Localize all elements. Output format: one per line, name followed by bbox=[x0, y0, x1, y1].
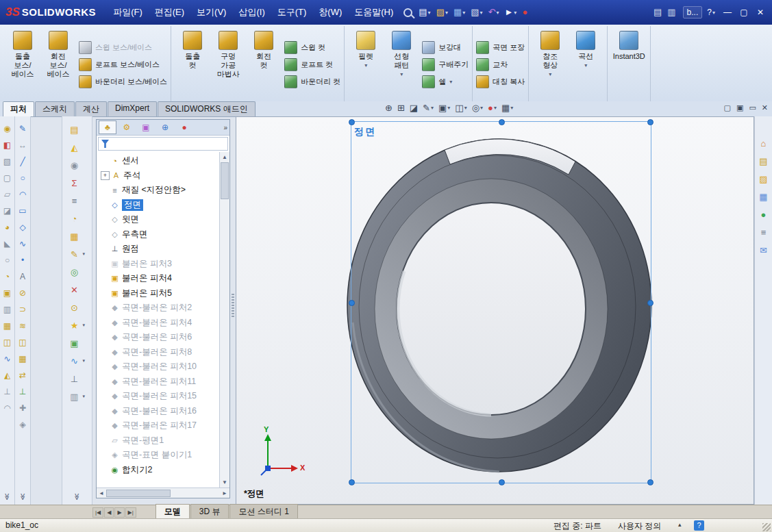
restore-icon[interactable]: ▢ bbox=[736, 6, 751, 18]
menu-item[interactable]: 창(W) bbox=[312, 0, 348, 25]
design-binder-icon[interactable]: ▤ bbox=[68, 123, 87, 136]
search-box[interactable]: b... bbox=[683, 6, 703, 18]
hide-show-items-icon[interactable]: ◎ ▾ bbox=[471, 102, 484, 114]
shaded-view-icon[interactable]: ▧ bbox=[1, 155, 14, 168]
mirror-tool-icon[interactable]: ◫ bbox=[1, 336, 14, 349]
scroll-up-icon[interactable]: ▲ bbox=[222, 152, 227, 161]
tree-horizontal-scrollbar[interactable]: ◄ ► bbox=[97, 487, 229, 498]
expander-icon[interactable] bbox=[101, 275, 108, 282]
revolved-cut-button[interactable]: 회전 컷 bbox=[246, 27, 282, 70]
help-button[interactable]: ? ▾ bbox=[707, 8, 715, 17]
featuremanager-tab-icon[interactable]: ♣ bbox=[99, 121, 116, 134]
menu-item[interactable]: 보기(V) bbox=[190, 0, 232, 25]
offset-icon[interactable]: ≋ bbox=[16, 320, 29, 332]
close-icon[interactable]: ✕ bbox=[753, 6, 768, 18]
wrap-button[interactable]: 곡면 포장 bbox=[476, 41, 525, 54]
expander-icon[interactable] bbox=[101, 466, 108, 474]
revolved-boss-base-button[interactable]: 회전 보스/ 베이스 bbox=[40, 27, 76, 79]
configurationmanager-tab-icon[interactable]: ▣ bbox=[137, 121, 155, 134]
linear-pattern-button[interactable]: 선형 패턴 ▾ bbox=[384, 27, 419, 79]
curve-tool-icon[interactable]: ∿ bbox=[1, 353, 14, 365]
model-tab[interactable]: 3D 뷰 bbox=[190, 504, 229, 519]
extruded-cut-button[interactable]: 돌출 컷 bbox=[175, 27, 210, 70]
expander-icon[interactable] bbox=[101, 201, 108, 209]
selection-handle[interactable] bbox=[499, 119, 505, 125]
caret-up-icon[interactable]: ▴ bbox=[678, 521, 682, 528]
trim-icon[interactable]: ⊘ bbox=[16, 287, 29, 299]
expander-icon[interactable] bbox=[101, 363, 108, 370]
expander-icon[interactable] bbox=[101, 290, 108, 297]
splitter-grip[interactable] bbox=[232, 294, 234, 317]
home-icon[interactable]: ⌂ bbox=[761, 138, 767, 149]
selected-plane-outline[interactable] bbox=[351, 121, 651, 483]
wireframe-view-icon[interactable]: ▢ bbox=[1, 172, 14, 184]
expander-icon[interactable] bbox=[101, 157, 108, 164]
graphics-area[interactable]: 정면 Y X *정면 bbox=[236, 116, 754, 505]
bom-icon[interactable]: ▦ bbox=[68, 229, 87, 243]
tree-item[interactable]: ◉ 합치기2 bbox=[97, 463, 219, 478]
selection-sets-icon[interactable]: ◎ bbox=[68, 265, 87, 279]
extruded-boss-base-button[interactable]: 돌출 보스/ 베이스 bbox=[5, 27, 40, 79]
edit-appearance-icon[interactable]: ● ▾ bbox=[486, 102, 498, 114]
open-icon[interactable]: ▨ ▾ bbox=[434, 6, 450, 18]
zoom-fit-icon[interactable]: ⊕ bbox=[384, 102, 394, 114]
chamfer-tool-icon[interactable]: ◣ bbox=[1, 238, 14, 250]
instant2d-icon[interactable]: ◧ bbox=[1, 139, 14, 151]
zoom-area-icon[interactable]: ⊞ bbox=[396, 102, 406, 114]
prev-tab-icon[interactable]: ◀ bbox=[104, 507, 114, 518]
apply-scene-icon[interactable]: ▦ ▾ bbox=[500, 102, 514, 114]
move-entities-icon[interactable]: ⇄ bbox=[16, 369, 29, 381]
tables-icon[interactable]: ▥ ▾ bbox=[68, 390, 87, 403]
relations-icon[interactable]: ⊥ bbox=[16, 385, 29, 398]
rib-tool-icon[interactable]: ▥ bbox=[1, 303, 14, 316]
tree-item[interactable]: + A 주석 bbox=[97, 168, 219, 183]
lofted-boss-base-button[interactable]: 로프트 보스/베이스 bbox=[79, 58, 167, 71]
convert-entities-icon[interactable]: ⊃ bbox=[16, 303, 29, 316]
tree-item[interactable]: ◆ 곡면-불러온 피처10 bbox=[97, 359, 219, 375]
tree-item[interactable]: ◆ 곡면-불러온 피처4 bbox=[97, 316, 219, 331]
axis-tool-icon[interactable]: ⊥ bbox=[1, 385, 14, 398]
tree-item[interactable]: ◇ 우측면 bbox=[97, 227, 219, 242]
view-palette-icon[interactable]: ▦ bbox=[759, 192, 767, 202]
markup-icon[interactable]: ✕ bbox=[68, 283, 87, 296]
menu-item[interactable]: 도구(T) bbox=[271, 0, 313, 25]
new-document-icon[interactable]: ▤ ▾ bbox=[416, 6, 432, 18]
swept-boss-base-button[interactable]: 스윕 보스/베이스 bbox=[79, 41, 167, 54]
hole-wizard-button[interactable]: 구멍 가공 마법사 bbox=[210, 27, 246, 79]
doc-tile-icon[interactable]: ▣ bbox=[736, 103, 743, 112]
expander-icon[interactable] bbox=[101, 245, 108, 253]
rectangle-icon[interactable]: ▭ bbox=[16, 205, 29, 217]
expander-icon[interactable]: + bbox=[101, 171, 110, 180]
sketch-icon[interactable]: ✎ bbox=[16, 123, 29, 135]
smart-dimension-icon[interactable]: ↔ bbox=[16, 139, 29, 151]
expander-icon[interactable] bbox=[101, 304, 108, 312]
design-library-icon[interactable]: ▤ bbox=[759, 156, 767, 166]
arc-icon[interactable]: ◠ bbox=[16, 188, 29, 201]
pattern-tool-icon[interactable]: ▦ bbox=[1, 320, 14, 332]
tree-item[interactable]: ◈ 곡면-표면 붙이기1 bbox=[97, 448, 219, 463]
shell-tool-icon[interactable]: ▣ bbox=[1, 287, 14, 299]
tree-item[interactable]: ◆ 곡면-불러온 피처16 bbox=[97, 404, 219, 419]
scroll-left-icon[interactable]: ◄ bbox=[99, 490, 104, 496]
custom-properties-icon[interactable]: ≡ bbox=[761, 227, 767, 238]
expander-icon[interactable] bbox=[101, 392, 108, 400]
tree-item[interactable]: ◆ 곡면-불러온 피처6 bbox=[97, 330, 219, 345]
expander-icon[interactable] bbox=[101, 186, 108, 194]
model-tab[interactable]: 모델 bbox=[155, 504, 190, 519]
helix-tool-icon[interactable]: ◭ bbox=[1, 369, 14, 381]
expander-icon[interactable] bbox=[101, 231, 108, 238]
commandmanager-tab[interactable]: 피처 bbox=[3, 101, 34, 116]
commandmanager-tab[interactable]: DimXpert bbox=[108, 101, 157, 116]
menu-item[interactable]: 편집(E) bbox=[149, 0, 190, 25]
doc-newwindow-icon[interactable]: ▢ bbox=[724, 103, 731, 112]
section-view-icon[interactable]: ◪ bbox=[408, 102, 419, 114]
expander-icon[interactable] bbox=[101, 407, 108, 415]
print-icon[interactable]: ▧ ▾ bbox=[469, 6, 484, 18]
file-properties-icon[interactable]: ▤ bbox=[651, 6, 664, 18]
expander-icon[interactable] bbox=[101, 333, 108, 341]
origin-tool-icon[interactable]: ⊥ bbox=[68, 372, 87, 385]
lofted-cut-button[interactable]: 로프트 컷 bbox=[284, 58, 340, 71]
polygon-icon[interactable]: ◇ bbox=[16, 221, 29, 233]
tree-vertical-scrollbar[interactable]: ▲ ▼ bbox=[219, 152, 229, 487]
selection-handle[interactable] bbox=[349, 479, 355, 485]
